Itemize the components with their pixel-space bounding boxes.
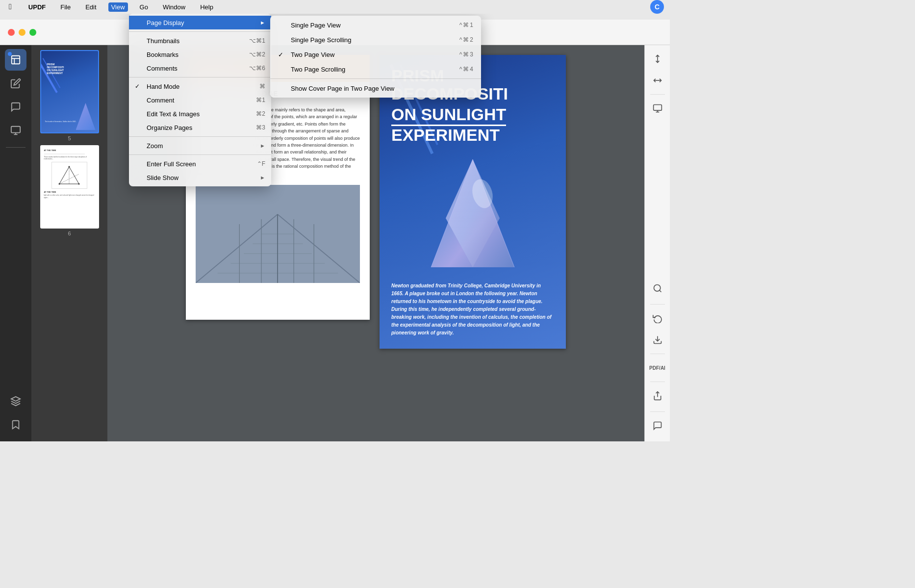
submenu-two-page-scrolling[interactable]: Two Page Scrolling ^⌘4 [270,62,481,77]
menubar-go[interactable]: Go [137,2,151,12]
menubar-file[interactable]: File [57,2,74,12]
comments-shortcut: ⌥⌘6 [249,65,265,72]
menubar-help[interactable]: Help [197,2,216,12]
menubar-view[interactable]: View [108,2,128,12]
menubar-edit[interactable]: Edit [82,2,99,12]
hand-mode-check: ✓ [135,83,143,90]
single-page-scrolling-label: Single Page Scrolling [291,36,456,44]
single-page-scrolling-shortcut: ^⌘2 [459,36,473,43]
bookmarks-shortcut: ⌥⌘2 [249,51,265,58]
view-dropdown-menu: Page Display ► Single Page View ^⌘1 Sing… [129,14,271,186]
slideshow-label: Slide Show [147,174,256,181]
edit-text-shortcut: ⌘2 [256,110,265,117]
hand-mode-label: Hand Mode [147,83,255,90]
thumbnails-shortcut: ⌥⌘1 [249,37,265,44]
menu-item-slideshow[interactable]: Slide Show ► [129,171,271,184]
comments-label: Comments [147,65,245,72]
menubar-window[interactable]: Window [160,2,188,12]
menu-divider-4 [129,154,271,155]
menu-divider-3 [129,136,271,137]
hand-mode-shortcut: ⌘ [259,83,265,90]
menu-item-bookmarks[interactable]: Bookmarks ⌥⌘2 [129,48,271,61]
fullscreen-shortcut: ⌃F [257,160,265,167]
two-page-view-shortcut: ^⌘3 [459,51,473,58]
edit-text-label: Edit Text & Images [147,110,252,118]
menu-item-hand-mode[interactable]: ✓ Hand Mode ⌘ [129,79,271,93]
page-display-submenu: Single Page View ^⌘1 Single Page Scrolli… [270,16,481,98]
two-page-scrolling-label: Two Page Scrolling [291,66,456,73]
two-page-scrolling-shortcut: ^⌘4 [459,66,473,73]
single-page-view-shortcut: ^⌘1 [459,22,473,28]
menu-item-organize-pages[interactable]: Organize Pages ⌘3 [129,121,271,134]
comment-mode-label: Comment [147,97,252,104]
submenu-show-cover-page[interactable]: Show Cover Page in Two Page View [270,81,481,96]
two-page-view-label: Two Page View [291,51,456,58]
zoom-label: Zoom [147,142,256,150]
show-cover-page-label: Show Cover Page in Two Page View [291,85,473,92]
single-page-view-label: Single Page View [291,22,456,29]
zoom-arrow: ► [260,143,265,149]
thumbnails-label: Thumbnails [147,37,245,45]
submenu-single-page-view[interactable]: Single Page View ^⌘1 [270,18,481,32]
menubar:  UPDF File Edit View Go Window Help C [0,0,670,14]
menu-item-fullscreen[interactable]: Enter Full Screen ⌃F [129,157,271,171]
submenu-single-page-scrolling[interactable]: Single Page Scrolling ^⌘2 [270,32,481,47]
submenu-two-page-view[interactable]: ✓ Two Page View ^⌘3 [270,47,481,62]
page-display-arrow: ► [260,20,265,26]
menu-overlay[interactable]: Page Display ► Single Page View ^⌘1 Sing… [0,0,670,441]
menu-item-zoom[interactable]: Zoom ► [129,139,271,153]
submenu-divider-1 [270,78,481,79]
menu-divider-1 [129,31,271,32]
menu-divider-2 [129,77,271,77]
comment-mode-shortcut: ⌘1 [256,97,265,103]
menu-item-comments[interactable]: Comments ⌥⌘6 [129,61,271,75]
fullscreen-label: Enter Full Screen [147,160,253,168]
menu-item-edit-text-images[interactable]: Edit Text & Images ⌘2 [129,107,271,121]
page-display-label: Page Display [147,19,256,26]
organize-pages-label: Organize Pages [147,124,252,131]
bookmarks-label: Bookmarks [147,51,245,58]
apple-menu[interactable]:  [6,1,15,12]
organize-pages-shortcut: ⌘3 [256,124,265,131]
menubar-updf[interactable]: UPDF [25,2,49,12]
slideshow-arrow: ► [260,175,265,180]
menu-item-page-display[interactable]: Page Display ► Single Page View ^⌘1 Sing… [129,16,271,29]
menu-item-thumbnails[interactable]: Thumbnails ⌥⌘1 [129,34,271,48]
menu-item-comment-mode[interactable]: Comment ⌘1 [129,93,271,107]
avatar[interactable]: C [650,0,664,14]
two-page-view-check: ✓ [278,51,287,58]
